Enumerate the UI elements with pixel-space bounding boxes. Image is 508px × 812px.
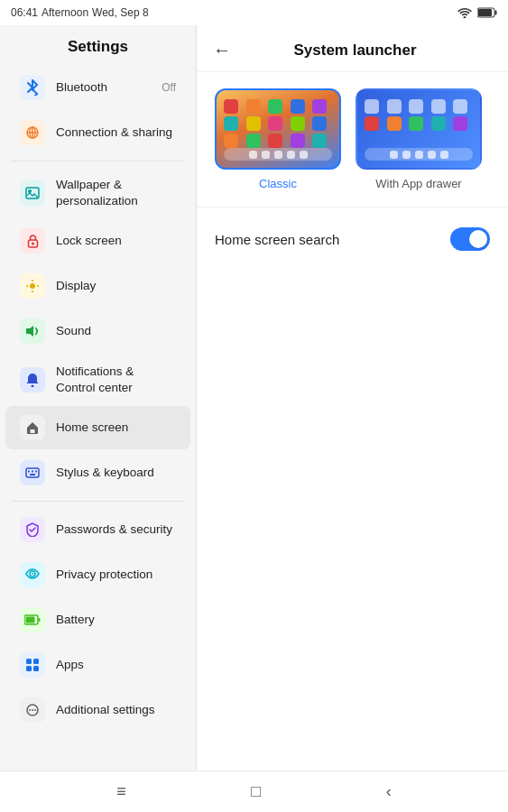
apps-label: Apps <box>56 657 84 673</box>
bottom-dot <box>402 151 411 159</box>
home-nav-button[interactable]: □ <box>236 775 275 808</box>
back-nav-button[interactable]: ‹ <box>372 775 406 808</box>
svg-rect-20 <box>28 471 30 473</box>
wallpaper-icon <box>20 180 45 206</box>
svg-rect-22 <box>35 471 37 473</box>
stylus-label: Stylus & keyboard <box>56 465 154 481</box>
lock-icon <box>20 228 45 254</box>
grid-dot <box>312 134 327 148</box>
sidebar-item-additional[interactable]: Additional settings <box>5 688 190 732</box>
grid-dot <box>291 99 305 114</box>
time: 06:41 <box>11 6 38 19</box>
sidebar-item-stylus[interactable]: Stylus & keyboard <box>5 451 190 494</box>
notifications-label: Notifications & Control center <box>56 364 176 395</box>
svg-point-36 <box>34 709 36 711</box>
content-divider <box>197 207 508 208</box>
svg-rect-30 <box>33 659 39 664</box>
grid-dot <box>312 99 327 114</box>
classic-label: Classic <box>259 177 297 190</box>
grid-dot <box>224 116 238 131</box>
battery-icon <box>477 7 497 18</box>
content-area: ← System launcher <box>197 25 508 770</box>
sidebar-item-notifications[interactable]: Notifications & Control center <box>5 355 190 404</box>
bottom-dot <box>287 151 295 159</box>
grid-dot <box>268 116 282 131</box>
svg-rect-23 <box>30 474 35 475</box>
launcher-option-drawer[interactable]: With App drawer <box>356 88 482 190</box>
drawer-preview[interactable] <box>356 88 482 170</box>
apps-icon <box>20 652 45 678</box>
drawer-grid <box>357 90 480 134</box>
sidebar-item-bluetooth[interactable]: Bluetooth Off <box>5 66 190 109</box>
sidebar-item-display[interactable]: Display <box>5 264 190 308</box>
grid-dot <box>224 134 238 148</box>
battery-sidebar-icon <box>20 607 45 632</box>
sidebar-item-passwords[interactable]: Passwords & security <box>5 508 190 551</box>
lockscreen-label: Lock screen <box>56 233 122 249</box>
privacy-icon <box>20 562 45 587</box>
classic-bottom-bar <box>224 148 332 161</box>
svg-point-17 <box>32 384 34 387</box>
bottom-dot <box>274 151 282 159</box>
sidebar-item-homescreen[interactable]: Home screen <box>5 406 190 449</box>
home-icon <box>20 415 45 440</box>
connection-label: Connection & sharing <box>56 125 172 141</box>
display-icon <box>20 273 45 299</box>
svg-point-25 <box>32 573 33 575</box>
homescreen-search-label: Home screen search <box>215 232 439 247</box>
grid-dot <box>312 116 327 131</box>
grid-dot <box>431 116 446 131</box>
grid-dot <box>387 99 402 114</box>
svg-point-35 <box>32 709 33 711</box>
grid-dot <box>224 99 238 114</box>
svg-rect-29 <box>26 659 32 664</box>
back-button[interactable]: ← <box>209 38 235 62</box>
launcher-option-classic[interactable]: Classic <box>215 88 341 190</box>
sidebar-item-privacy[interactable]: Privacy protection <box>5 553 190 596</box>
homescreen-search-row: Home screen search <box>197 215 508 263</box>
sidebar: Settings Bluetooth Off Co <box>0 25 197 770</box>
svg-point-11 <box>30 283 35 289</box>
bottom-dot <box>415 151 423 159</box>
divider-1 <box>11 161 185 161</box>
bottom-dot <box>390 151 398 159</box>
status-right <box>457 7 497 18</box>
grid-dot <box>246 134 261 148</box>
sidebar-item-lockscreen[interactable]: Lock screen <box>5 219 190 263</box>
grid-dot <box>291 116 305 131</box>
main-layout: Settings Bluetooth Off Co <box>0 25 508 770</box>
grid-dot <box>246 99 261 114</box>
svg-rect-19 <box>26 468 39 477</box>
grid-dot <box>409 99 423 114</box>
grid-dot <box>268 134 282 148</box>
sidebar-item-sound[interactable]: Sound <box>5 309 190 353</box>
grid-dot <box>453 116 467 131</box>
sidebar-title: Settings <box>0 25 196 65</box>
content-header: ← System launcher <box>197 25 508 72</box>
grid-dot <box>409 116 423 131</box>
svg-rect-31 <box>26 666 32 671</box>
sidebar-item-wallpaper[interactable]: Wallpaper & personalization <box>5 168 190 217</box>
content-title: System launcher <box>244 42 466 60</box>
sound-icon <box>20 318 45 344</box>
divider-2 <box>11 501 185 502</box>
svg-point-34 <box>29 709 31 711</box>
classic-preview[interactable] <box>215 88 341 170</box>
notifications-icon <box>20 367 45 392</box>
privacy-label: Privacy protection <box>56 567 152 583</box>
homescreen-search-toggle[interactable] <box>450 227 490 251</box>
sidebar-item-battery[interactable]: Battery <box>5 598 190 641</box>
svg-rect-27 <box>26 617 35 623</box>
sidebar-item-apps[interactable]: Apps <box>5 643 190 687</box>
svg-rect-28 <box>39 618 41 622</box>
sound-label: Sound <box>56 323 91 339</box>
additional-label: Additional settings <box>56 702 155 718</box>
sidebar-item-connection[interactable]: Connection & sharing <box>5 111 190 154</box>
launcher-options: Classic <box>197 72 508 199</box>
status-left: 06:41 Afternoon Wed, Sep 8 <box>11 6 149 19</box>
display-label: Display <box>56 278 96 294</box>
menu-nav-button[interactable]: ≡ <box>102 775 141 808</box>
bluetooth-badge: Off <box>162 81 176 94</box>
grid-dot <box>246 116 261 131</box>
grid-dot <box>291 134 305 148</box>
